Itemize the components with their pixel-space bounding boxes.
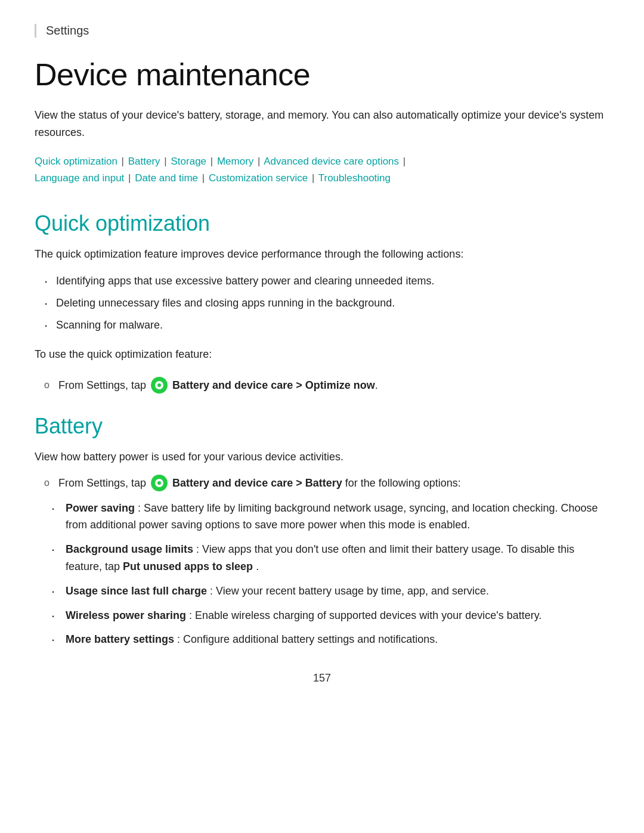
battery-option-more-settings: More battery settings : Configure additi… [35,631,609,648]
nav-link-storage[interactable]: Storage [171,156,207,167]
optimize-period: . [375,379,378,391]
wireless-sharing-label: Wireless power sharing [66,609,186,621]
battery-care-text: Battery and device care > Battery [172,477,342,489]
settings-label: Settings [46,24,89,37]
nav-link-quick-optimization[interactable]: Quick optimization [35,156,117,167]
battery-option-power-saving: Power saving : Save battery life by limi… [35,500,609,534]
bullet-item-1: Identifying apps that use excessive batt… [35,272,609,290]
usage-since-text: : View your recent battery usage by time… [210,585,489,597]
nav-separator-7: | [199,172,205,184]
bullet-item-2: Deleting unnecessary files and closing a… [35,295,609,312]
nav-separator-2: | [162,156,167,167]
settings-header: Settings [35,24,609,38]
battery-option-usage-since: Usage since last full charge : View your… [35,583,609,600]
intro-text: View the status of your device's battery… [35,107,609,141]
nav-link-language[interactable]: Language and input [35,172,124,184]
battery-section: Battery View how battery power is used f… [35,414,609,649]
settings-icon-battery [151,475,168,491]
nav-separator-3: | [208,156,213,167]
battery-title: Battery [35,414,609,439]
page-container: Settings Device maintenance View the sta… [0,0,644,833]
nav-separator-6: | [125,172,131,184]
background-usage-label: Background usage limits [66,543,193,555]
nav-separator-4: | [255,156,260,167]
nav-link-customization[interactable]: Customization service [209,172,308,184]
settings-icon-quick [151,377,168,394]
optimize-now-text: Battery and device care > Optimize now [172,379,375,391]
quick-optimization-instruction-label: To use the quick optimization feature: [35,346,609,363]
battery-options-list: Power saving : Save battery life by limi… [35,500,609,649]
power-saving-label: Power saving [66,502,135,514]
bullet-item-3: Scanning for malware. [35,317,609,334]
battery-intro: View how battery power is used for your … [35,448,609,466]
nav-link-memory[interactable]: Memory [217,156,253,167]
nav-links: Quick optimization | Battery | Storage |… [35,153,609,188]
quick-optimization-bullets: Identifying apps that use excessive batt… [35,272,609,333]
more-settings-label: More battery settings [66,633,174,645]
circle-prefix-text: From Settings, tap [58,379,149,391]
quick-optimization-intro: The quick optimization feature improves … [35,246,609,263]
quick-optimization-section: Quick optimization The quick optimizatio… [35,211,609,394]
nav-separator-1: | [119,156,124,167]
battery-circle-suffix: for the following options: [345,477,461,489]
battery-circle-prefix: From Settings, tap [58,477,149,489]
nav-link-battery[interactable]: Battery [128,156,160,167]
battery-circle-item: From Settings, tap Battery and device ca… [35,475,609,492]
usage-since-label: Usage since last full charge [66,585,207,597]
nav-link-advanced[interactable]: Advanced device care options [264,156,399,167]
power-saving-text: : Save battery life by limiting backgrou… [66,502,598,531]
background-usage-period: . [256,561,259,572]
put-unused-apps-text: Put unused apps to sleep [123,561,253,572]
page-number: 157 [35,672,609,685]
nav-separator-5: | [400,156,405,167]
nav-link-troubleshooting[interactable]: Troubleshooting [318,172,391,184]
more-settings-text: : Configure additional battery settings … [177,633,438,645]
quick-optimization-title: Quick optimization [35,211,609,236]
quick-optimization-circle-item: From Settings, tap Battery and device ca… [35,377,609,394]
battery-option-wireless-sharing: Wireless power sharing : Enable wireless… [35,607,609,624]
page-title: Device maintenance [35,57,609,92]
nav-link-date[interactable]: Date and time [135,172,198,184]
battery-option-background-usage: Background usage limits : View apps that… [35,541,609,575]
nav-separator-8: | [309,172,314,184]
wireless-sharing-text: : Enable wireless charging of supported … [189,609,541,621]
